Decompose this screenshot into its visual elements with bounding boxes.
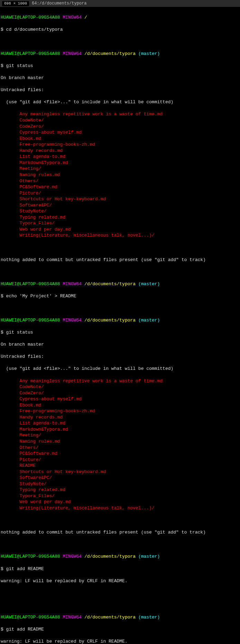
untracked-file: CodeNote/ <box>1 384 239 390</box>
warning-crlf: warning: LF will be replaced by CRLF in … <box>1 638 239 644</box>
untracked-file: Others/ <box>1 178 239 184</box>
untracked-file: Ebook.md <box>1 402 239 408</box>
untracked-file: PC&Software.md <box>1 451 239 457</box>
prompt-branch: (master) <box>138 318 160 323</box>
untracked-file: Software&PC/ <box>1 475 239 481</box>
untracked-file: Shortcuts or Hot key-keyboard.md <box>1 469 239 475</box>
warning-crlf: warning: LF will be replaced by CRLF in … <box>1 578 239 584</box>
command-echo: $ echo 'My Project' > README <box>1 293 239 299</box>
prompt-user: HUAWEI@LAPTOP-09GS4A88 <box>1 615 60 620</box>
command-add: $ git add README <box>1 566 239 572</box>
untracked-file: Handy records.md <box>1 414 239 421</box>
untracked-file: PC&Software.md <box>1 184 239 190</box>
untracked-list-1: Any meaningless repetitive work is a was… <box>1 111 239 238</box>
untracked-file: Naming rules.md <box>1 172 239 178</box>
untracked-file: CodeNote/ <box>1 117 239 124</box>
untracked-file: Free-programming-books-zh.md <box>1 142 239 148</box>
untracked-file: Typing related.md <box>1 487 239 493</box>
prompt-shell: MINGW64 <box>63 281 82 287</box>
untracked-file: Software&PC/ <box>1 202 239 209</box>
untracked-hint: (use "git add <file>..." to include in w… <box>1 366 239 372</box>
prompt-shell: MINGW64 <box>63 51 82 56</box>
untracked-file: StudyNote/ <box>1 208 239 214</box>
window-title-bar: 696 × 1000 64:/d/documents/typora <box>0 0 240 7</box>
prompt-branch: (master) <box>138 615 160 620</box>
untracked-file: Writing(Literature, miscellaneous talk, … <box>1 505 239 511</box>
untracked-file: Free-programming-books-zh.md <box>1 408 239 414</box>
untracked-file: Web word per day.md <box>1 227 239 233</box>
untracked-file: List agenda-to.md <box>1 154 239 160</box>
untracked-file: Markdown&Typora.md <box>1 160 239 166</box>
prompt-path: /d/documents/typora <box>84 554 136 559</box>
untracked-file: Any meaningless repetitive work is a was… <box>1 111 239 117</box>
untracked-file: Cypress-about myself.md <box>1 396 239 402</box>
untracked-header: Untracked files: <box>1 87 239 93</box>
untracked-file: Typing related.md <box>1 214 239 221</box>
untracked-file: Typora_Files/ <box>1 493 239 499</box>
title-path: 64:/d/documents/typora <box>32 1 86 6</box>
command-status: $ git status <box>1 329 239 336</box>
prompt-shell: MINGW64 <box>63 15 82 20</box>
untracked-file: Any meaningless repetitive work is a was… <box>1 378 239 384</box>
untracked-file: Meeting/ <box>1 166 239 172</box>
prompt-path: /d/documents/typora <box>84 615 136 620</box>
prompt-path: /d/documents/typora <box>84 51 136 56</box>
prompt-user: HUAWEI@LAPTOP-09GS4A88 <box>1 318 60 323</box>
dimension-badge: 696 × 1000 <box>2 1 29 6</box>
command-add: $ git add README <box>1 626 239 633</box>
untracked-file: Writing(Literature, miscellaneous talk, … <box>1 232 239 239</box>
untracked-file: Meeting/ <box>1 432 239 439</box>
untracked-file: CodeZero/ <box>1 390 239 396</box>
prompt-path: / <box>84 15 87 20</box>
untracked-file: CodeZero/ <box>1 124 239 130</box>
prompt-shell: MINGW64 <box>63 318 82 323</box>
nothing-added: nothing added to commit but untracked fi… <box>1 257 239 263</box>
status-branch: On branch master <box>1 75 239 81</box>
untracked-file: Typora_Files/ <box>1 220 239 227</box>
untracked-file: Markdown&Typora.md <box>1 426 239 433</box>
nothing-added: nothing added to commit but untracked fi… <box>1 529 239 536</box>
untracked-file: StudyNote/ <box>1 481 239 487</box>
untracked-file: Cypress-about myself.md <box>1 129 239 136</box>
untracked-header: Untracked files: <box>1 354 239 360</box>
untracked-file: Picture/ <box>1 190 239 196</box>
untracked-hint: (use "git add <file>..." to include in w… <box>1 99 239 105</box>
untracked-file: List agenda-to.md <box>1 420 239 426</box>
untracked-file: Web word per day.md <box>1 499 239 505</box>
prompt-path: /d/documents/typora <box>84 281 136 287</box>
untracked-file: README <box>1 463 239 469</box>
prompt-path: /d/documents/typora <box>84 318 136 323</box>
prompt-user: HUAWEI@LAPTOP-09GS4A88 <box>1 15 60 20</box>
command-status: $ git status <box>1 63 239 69</box>
untracked-file: Shortcuts or Hot key-keyboard.md <box>1 196 239 202</box>
prompt-branch: (master) <box>138 51 160 56</box>
prompt-user: HUAWEI@LAPTOP-09GS4A88 <box>1 554 60 559</box>
untracked-file: Handy records.md <box>1 148 239 154</box>
untracked-file: Picture/ <box>1 457 239 463</box>
untracked-file: Naming rules.md <box>1 439 239 445</box>
untracked-file: Ebook.md <box>1 136 239 142</box>
status-branch: On branch master <box>1 342 239 348</box>
command-cd: $ cd d/documents/typora <box>1 27 239 33</box>
terminal-output[interactable]: HUAWEI@LAPTOP-09GS4A88 MINGW64 / $ cd d/… <box>0 7 240 644</box>
prompt-user: HUAWEI@LAPTOP-09GS4A88 <box>1 281 60 287</box>
prompt-user: HUAWEI@LAPTOP-09GS4A88 <box>1 51 60 56</box>
prompt-branch: (master) <box>138 281 160 287</box>
prompt-shell: MINGW64 <box>63 554 82 559</box>
untracked-file: Others/ <box>1 445 239 451</box>
untracked-list-2: Any meaningless repetitive work is a was… <box>1 378 239 511</box>
prompt-shell: MINGW64 <box>63 615 82 620</box>
prompt-branch: (master) <box>138 554 160 559</box>
